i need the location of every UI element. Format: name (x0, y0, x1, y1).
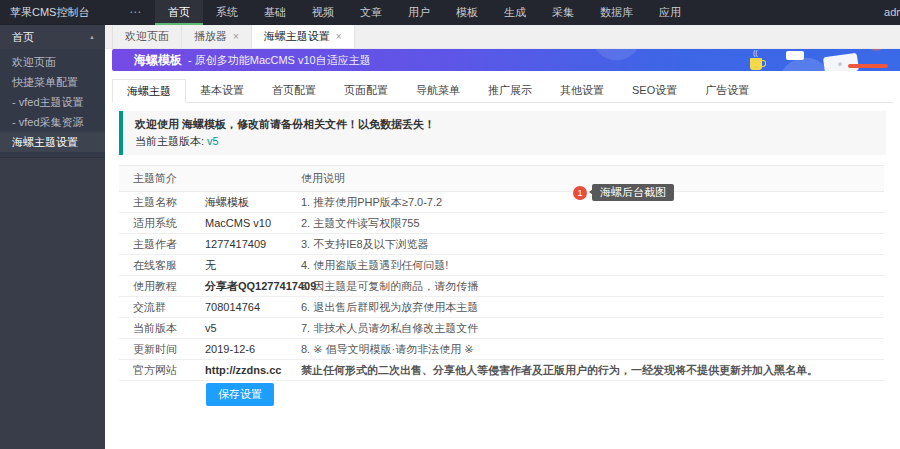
row-desc: 3. 不支持IE8及以下浏览器 (287, 234, 884, 255)
table-header-row: 主题简介 使用说明 (119, 166, 884, 192)
sidebar-submenu: 欢迎页面 快捷菜单配置 - vfed主题设置 - vfed采集资源 海螺主题设置 (0, 49, 105, 158)
theme-banner: 海螺模板 - 原创多功能MacCMS v10自适应主题 (( (112, 49, 900, 71)
theme-tab-homepage[interactable]: 首页配置 (258, 79, 330, 102)
topnav-item-video[interactable]: 视频 (299, 0, 347, 25)
table-row: 在线客服 无 4. 使用盗版主题遇到任何问题! (119, 255, 884, 276)
sidebar-group-home[interactable]: 首页 ▲ (0, 25, 105, 49)
theme-tab-promo[interactable]: 推广展示 (474, 79, 546, 102)
row-value: 1277417409 (191, 234, 287, 255)
alert-version-line: 当前主题版本:v5 (135, 133, 874, 150)
page-tab-welcome[interactable]: 欢迎页面 (112, 25, 182, 48)
sidebar-group-label: 首页 (12, 25, 34, 49)
theme-tab-ads[interactable]: 广告设置 (691, 79, 763, 102)
theme-version-value: v5 (207, 135, 219, 147)
row-label: 更新时间 (119, 339, 191, 360)
row-desc: 4. 使用盗版主题遇到任何问题! (287, 255, 884, 276)
current-user[interactable]: admin (884, 0, 900, 25)
table-row: 使用教程 分享者QQ1277417409 5. 因主题是可复制的商品，请勿传播 (119, 276, 884, 297)
table-row: 官方网站 http://zzdns.cc 禁止任何形式的二次出售、分享他人等侵害… (119, 360, 884, 381)
row-label: 主题名称 (119, 192, 191, 213)
topnav-item-basic[interactable]: 基础 (251, 0, 299, 25)
banner-title: 海螺模板 (134, 52, 182, 69)
table-row: 当前版本 v5 7. 非技术人员请勿私自修改主题文件 (119, 318, 884, 339)
topnav-item-system[interactable]: 系统 (203, 0, 251, 25)
page-tab-label: 欢迎页面 (125, 25, 169, 48)
table-row: 主题名称 海螺模板 1. 推荐使用PHP版本≥7.0-7.2 (119, 192, 884, 213)
speech-bubble-icon (786, 51, 804, 60)
top-nav: 首页 系统 基础 视频 文章 用户 模板 生成 采集 数据库 应用 (155, 0, 694, 25)
row-desc: 8. ※ 倡导文明模版·请勿非法使用 ※ (287, 339, 884, 360)
alert-version-label: 当前主题版本: (135, 135, 204, 147)
sidebar-item-welcome[interactable]: 欢迎页面 (0, 52, 105, 72)
collapse-menu-icon[interactable]: ⋯ (115, 0, 155, 25)
theme-tab-hailuo[interactable]: 海螺主题 (112, 79, 186, 103)
coffee-cup-icon (750, 58, 762, 70)
piracy-warning-text: 禁止任何形式的二次出售、分享他人等侵害作者及正版用户的行为，一经发现将不提供更新… (287, 360, 884, 381)
topnav-item-home[interactable]: 首页 (155, 0, 203, 25)
alert-warning-text: 欢迎使用 海螺模板，修改前请备份相关文件！以免数据丢失！ (135, 116, 874, 133)
table-row: 主题作者 1277417409 3. 不支持IE8及以下浏览器 (119, 234, 884, 255)
topnav-item-database[interactable]: 数据库 (587, 0, 646, 25)
page-tab-bar: 欢迎页面 播放器 × 海螺主题设置 × (105, 25, 900, 49)
sidebar-item-vfed-collect[interactable]: - vfed采集资源 (0, 112, 105, 132)
row-value: 2019-12-6 (191, 339, 287, 360)
sidebar-item-quick-menu[interactable]: 快捷菜单配置 (0, 72, 105, 92)
app-logo: 苹果CMS控制台 (0, 0, 115, 25)
save-settings-button[interactable]: 保存设置 (206, 383, 274, 406)
topnav-item-template[interactable]: 模板 (443, 0, 491, 25)
theme-tab-navmenu[interactable]: 导航菜单 (402, 79, 474, 102)
row-label: 官方网站 (119, 360, 191, 381)
page-tab-player[interactable]: 播放器 × (182, 25, 252, 48)
row-desc: 7. 非技术人员请勿私自修改主题文件 (287, 318, 884, 339)
row-label: 交流群 (119, 297, 191, 318)
app-window: 苹果CMS控制台 ⋯ 首页 系统 基础 视频 文章 用户 模板 生成 采集 数据… (0, 0, 900, 449)
row-desc: 6. 退出售后群即视为放弃使用本主题 (287, 297, 884, 318)
row-label: 在线客服 (119, 255, 191, 276)
theme-tab-basic[interactable]: 基本设置 (186, 79, 258, 102)
sidebar-item-vfed-theme[interactable]: - vfed主题设置 (0, 92, 105, 112)
topnav-item-generate[interactable]: 生成 (491, 0, 539, 25)
annotation-tooltip: 海螺后台截图 (592, 184, 674, 201)
banner-subtitle: - 原创多功能MacCMS v10自适应主题 (188, 53, 371, 68)
theme-tab-seo[interactable]: SEO设置 (618, 79, 691, 102)
sidebar: 首页 ▲ 欢迎页面 快捷菜单配置 - vfed主题设置 - vfed采集资源 海… (0, 25, 105, 449)
screenshot-annotation: 1 海螺后台截图 (573, 184, 674, 201)
annotation-badge: 1 (573, 186, 587, 200)
table-row: 更新时间 2019-12-6 8. ※ 倡导文明模版·请勿非法使用 ※ (119, 339, 884, 360)
close-icon[interactable]: × (336, 32, 342, 42)
welcome-alert: 欢迎使用 海螺模板，修改前请备份相关文件！以免数据丢失！ 当前主题版本:v5 (119, 111, 886, 155)
theme-info-table: 主题简介 使用说明 主题名称 海螺模板 1. 推荐使用PHP版本≥7.0-7.2… (119, 165, 884, 381)
page-tab-label: 海螺主题设置 (264, 25, 330, 48)
row-value: 海螺模板 (191, 192, 287, 213)
table-row: 适用系统 MacCMS v10 2. 主题文件读写权限755 (119, 213, 884, 234)
row-label: 使用教程 (119, 276, 191, 297)
topnav-item-user[interactable]: 用户 (395, 0, 443, 25)
banner-red-bar (848, 64, 888, 68)
page-tab-label: 播放器 (194, 25, 227, 48)
official-site-link[interactable]: http://zzdns.cc (191, 360, 287, 381)
theme-tab-bar: 海螺主题 基本设置 首页配置 页面配置 导航菜单 推广展示 其他设置 SEO设置… (112, 79, 893, 103)
topnav-item-article[interactable]: 文章 (347, 0, 395, 25)
page-tab-hailuo-theme[interactable]: 海螺主题设置 × (252, 25, 355, 48)
row-label: 主题作者 (119, 234, 191, 255)
row-label: 适用系统 (119, 213, 191, 234)
top-bar: 苹果CMS控制台 ⋯ 首页 系统 基础 视频 文章 用户 模板 生成 采集 数据… (0, 0, 900, 25)
row-value: 708014764 (191, 297, 287, 318)
column-header-intro: 主题简介 (119, 166, 287, 192)
theme-tab-page[interactable]: 页面配置 (330, 79, 402, 102)
table-row: 交流群 708014764 6. 退出售后群即视为放弃使用本主题 (119, 297, 884, 318)
topnav-item-collect[interactable]: 采集 (539, 0, 587, 25)
caret-up-icon: ▲ (89, 26, 94, 48)
laptop-icon (823, 53, 859, 71)
row-desc: 2. 主题文件读写权限755 (287, 213, 884, 234)
sidebar-item-hailuo-theme[interactable]: 海螺主题设置 (0, 132, 105, 152)
topnav-item-apps[interactable]: 应用 (646, 0, 694, 25)
theme-tab-other[interactable]: 其他设置 (546, 79, 618, 102)
row-label: 当前版本 (119, 318, 191, 339)
row-desc: 5. 因主题是可复制的商品，请勿传播 (287, 276, 884, 297)
row-value: 无 (191, 255, 287, 276)
close-icon[interactable]: × (233, 32, 239, 42)
steam-icon: (( (753, 50, 759, 56)
row-value: 分享者QQ1277417409 (191, 276, 287, 297)
main-content: 欢迎页面 播放器 × 海螺主题设置 × 海螺模板 - 原创多功能MacCMS v… (105, 25, 900, 449)
